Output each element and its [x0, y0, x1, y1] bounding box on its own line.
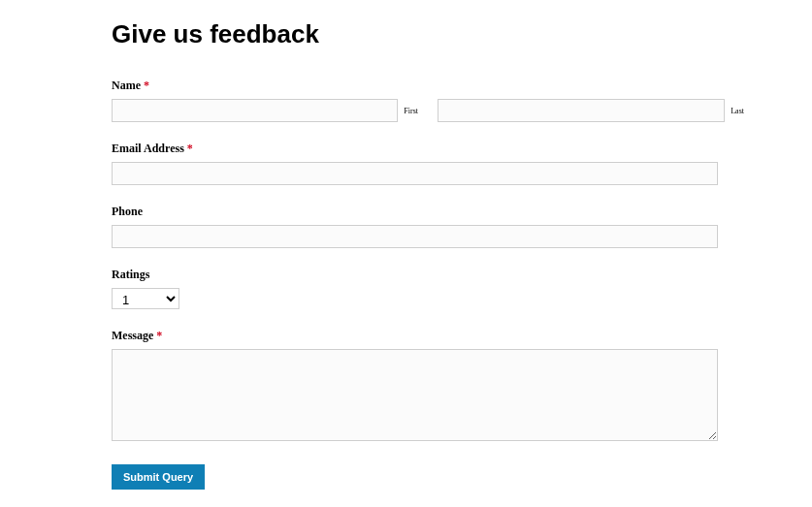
email-input[interactable] [112, 162, 718, 185]
email-label-text: Email Address [112, 142, 184, 155]
page-title: Give us feedback [112, 19, 744, 49]
message-label-text: Message [112, 329, 153, 342]
first-name-input[interactable] [112, 99, 398, 122]
email-label: Email Address * [112, 142, 744, 156]
field-message: Message * [112, 329, 744, 445]
phone-input[interactable] [112, 225, 718, 248]
name-label: Name * [112, 79, 744, 93]
first-name-sublabel: First [404, 107, 418, 115]
field-name: Name * First Last [112, 79, 744, 122]
message-label: Message * [112, 329, 744, 343]
submit-button[interactable]: Submit Query [112, 464, 205, 490]
ratings-select[interactable]: 1 [112, 288, 179, 309]
field-ratings: Ratings 1 [112, 268, 744, 309]
phone-label: Phone [112, 205, 744, 219]
message-textarea[interactable] [112, 349, 718, 441]
email-required-mark: * [187, 142, 193, 155]
name-required-mark: * [144, 79, 149, 92]
last-name-input[interactable] [438, 99, 725, 122]
name-label-text: Name [112, 79, 141, 92]
last-name-sublabel: Last [731, 107, 744, 115]
message-required-mark: * [156, 329, 162, 342]
field-email: Email Address * [112, 142, 744, 185]
field-phone: Phone [112, 205, 744, 248]
ratings-label: Ratings [112, 268, 744, 282]
